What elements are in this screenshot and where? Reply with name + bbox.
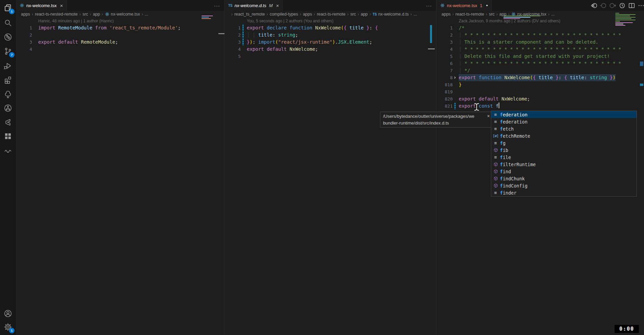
- breadcrumb-item[interactable]: ...: [145, 12, 148, 17]
- tab-close-icon[interactable]: ×: [60, 3, 63, 8]
- timeline-icon[interactable]: [618, 1, 626, 10]
- react-icon: [440, 3, 445, 8]
- code-line[interactable]: 3}): import("react/jsx-runtime").JSX.Ele…: [224, 39, 436, 46]
- code-line[interactable]: 5: [224, 53, 436, 60]
- tab-nx-welcome.d.ts[interactable]: TSnx-welcome.d.tsM×: [224, 0, 283, 11]
- suggestion-item[interactable]: fib: [491, 147, 637, 154]
- tab-bar-spacer: [67, 0, 210, 11]
- code-line[interactable]: 1import RemoteModule from 'react_ts_remo…: [16, 24, 224, 31]
- minimap-slider[interactable]: [428, 48, 435, 49]
- git-blame-codelens[interactable]: You, 5 seconds ago | 2 authors (You and …: [224, 18, 436, 24]
- suggestion-item[interactable]: findConfig: [491, 182, 637, 189]
- breadcrumb-item[interactable]: react-ts-remote: [317, 12, 345, 17]
- line-number: 2: [224, 31, 241, 39]
- tooltip-close-icon[interactable]: ×: [487, 113, 490, 119]
- breadcrumb-item[interactable]: apps: [442, 12, 451, 17]
- code-line[interactable]: 820export default NxWelcome;: [436, 95, 644, 103]
- split-editor-icon[interactable]: [627, 1, 636, 10]
- search-icon[interactable]: [3, 18, 13, 27]
- suggestion-item[interactable]: filterRuntime: [491, 161, 637, 168]
- tab-more-actions[interactable]: ···: [422, 3, 436, 8]
- git-blame-codelens[interactable]: Hanric, 48 minutes ago | 1 author (Hanri…: [16, 18, 224, 24]
- suggestion-label: indConfig: [503, 183, 527, 188]
- breadcrumb-item[interactable]: src: [350, 12, 356, 17]
- breadcrumb-item[interactable]: TSnx-welcome.d.ts: [373, 12, 409, 17]
- tab-nx-welcome.tsx[interactable]: nx-welcome.tsx×: [16, 0, 67, 11]
- testing-tree-icon[interactable]: [3, 90, 13, 99]
- suggestion-match: f: [500, 162, 503, 167]
- explorer-icon[interactable]: 1: [3, 3, 13, 13]
- code-line[interactable]: 819: [436, 88, 644, 95]
- code-line[interactable]: 821export const f: [436, 103, 644, 110]
- breadcrumb-label: react-ts-nested-remote: [35, 12, 77, 17]
- code-line[interactable]: 5│ Delete this file and get started with…: [436, 53, 644, 60]
- breadcrumb-item[interactable]: src: [82, 12, 88, 17]
- gitlens-icon[interactable]: [3, 32, 13, 42]
- run-debug-icon[interactable]: [3, 61, 13, 70]
- breadcrumb-item[interactable]: react-ts-nested-remote: [35, 12, 77, 17]
- code-line[interactable]: 1export declare function NxWelcome({ tit…: [224, 24, 436, 31]
- accounts-icon[interactable]: [3, 309, 13, 318]
- breadcrumb-item[interactable]: react_ts_remote: [234, 12, 265, 17]
- suggestion-item[interactable]: ≡file: [491, 154, 637, 161]
- code-line[interactable]: 3│ This is a starter component and can b…: [436, 39, 644, 46]
- breadcrumb-item[interactable]: app: [361, 12, 368, 17]
- suggestion-match: f: [500, 155, 503, 160]
- minimap-pane-1[interactable]: [201, 16, 213, 20]
- code-line[interactable]: 4│ * * * * * * * * * * * * * * * * * * *…: [436, 46, 644, 53]
- code-line[interactable]: 7│ */: [436, 67, 644, 74]
- tab-close-icon[interactable]: ×: [276, 3, 279, 8]
- minimap-pane-3[interactable]: [615, 13, 636, 26]
- code-line[interactable]: 4export default NxWelcome;: [224, 46, 436, 53]
- git-graph-icon[interactable]: [3, 104, 13, 113]
- suggestion-item[interactable]: find: [491, 168, 637, 175]
- next-change-icon[interactable]: [609, 1, 617, 10]
- breadcrumb-item[interactable]: compiled-types: [270, 12, 298, 17]
- suggestion-match: f: [500, 119, 503, 125]
- fold-chevron-icon[interactable]: ›: [453, 74, 456, 81]
- wavy-icon[interactable]: [3, 146, 13, 155]
- code-line[interactable]: 8›export function NxWelcome({ title }: {…: [436, 74, 644, 81]
- suggestion-item[interactable]: ≡federation: [491, 118, 637, 125]
- grid-icon[interactable]: [3, 132, 13, 141]
- code-line[interactable]: 4: [16, 46, 224, 53]
- line-number: 7: [436, 67, 453, 74]
- suggestion-match: f: [500, 112, 503, 117]
- breadcrumb-item[interactable]: nx-welcome.tsx: [105, 12, 140, 17]
- tab-dirty-icon[interactable]: ●: [486, 4, 488, 7]
- suggestion-item[interactable]: ≡fetch: [491, 125, 637, 132]
- extensions-icon[interactable]: [3, 75, 13, 85]
- breadcrumb-item[interactable]: react-ts-remote: [455, 12, 484, 17]
- settings-icon[interactable]: 1: [3, 322, 13, 332]
- source-control-icon[interactable]: 7: [3, 47, 13, 56]
- code-line[interactable]: 2: [16, 31, 224, 39]
- code-line[interactable]: 1/*: [436, 24, 644, 31]
- breadcrumb-label: ...: [413, 12, 417, 17]
- code-line[interactable]: 6│ * * * * * * * * * * * * * * * * * * *…: [436, 60, 644, 67]
- suggestion-item[interactable]: ≡federation: [491, 111, 637, 118]
- tab-nx-welcome.tsx[interactable]: nx-welcome.tsx1●: [436, 0, 492, 11]
- breadcrumb-item[interactable]: ...: [551, 12, 554, 17]
- code-line[interactable]: 3export default RemoteModule;: [16, 39, 224, 46]
- suggestion-item[interactable]: ≡fg: [491, 139, 637, 147]
- open-changes-icon[interactable]: [590, 1, 598, 10]
- breadcrumb-item[interactable]: app: [93, 12, 100, 17]
- tab-more-actions[interactable]: ···: [210, 3, 224, 8]
- code-line[interactable]: 818}: [436, 81, 644, 88]
- code-line[interactable]: 2│ * * * * * * * * * * * * * * * * * * *…: [436, 31, 644, 39]
- previous-change-icon[interactable]: [599, 1, 607, 10]
- suggestion-item[interactable]: [ø]fetchRemote: [491, 132, 637, 139]
- minimap-slider[interactable]: [218, 33, 224, 34]
- breadcrumb-item[interactable]: apps: [303, 12, 312, 17]
- breadcrumb-item[interactable]: ...: [413, 12, 417, 17]
- suggestion-item[interactable]: ≡finder: [491, 189, 637, 196]
- gutter-decorations: [453, 67, 459, 74]
- code-line[interactable]: 2│ │ title: string;: [224, 31, 436, 39]
- more-actions-icon[interactable]: [637, 1, 644, 10]
- minimap-fragment[interactable]: [503, 16, 541, 20]
- breadcrumb-item[interactable]: apps: [21, 12, 30, 17]
- nx-console-icon[interactable]: [3, 118, 13, 127]
- suggestion-item[interactable]: findChunk: [491, 175, 637, 182]
- minimap-line: [503, 18, 520, 19]
- breadcrumb-item[interactable]: src: [489, 12, 495, 17]
